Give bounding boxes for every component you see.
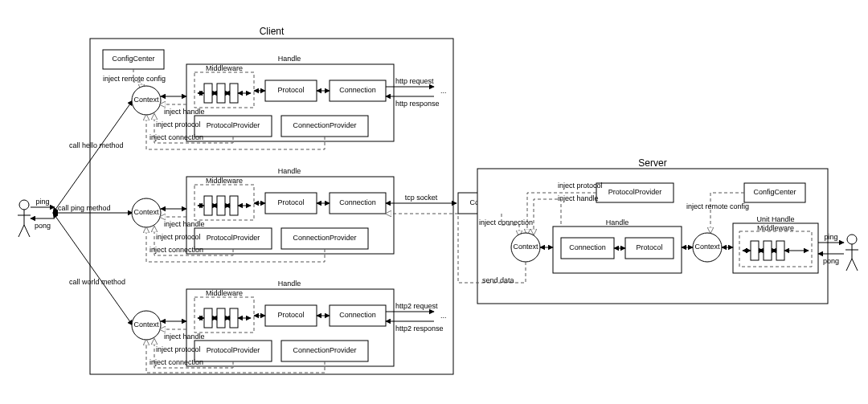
server-unit-handle-middleware-label: Middleware (757, 224, 794, 232)
inject-protocol-0-label: inject protocol (156, 120, 201, 129)
server-protocol-provider-label: ProtocolProvider (608, 188, 662, 196)
svg-rect-7 (230, 84, 238, 103)
svg-rect-20 (230, 196, 238, 215)
actor-left-ping-label: ping (35, 198, 49, 206)
context-1-label: Context (133, 208, 159, 216)
connection-1-label: Connection (339, 198, 376, 206)
svg-rect-5 (204, 84, 212, 103)
inject-connection-2-label: inject connection (149, 358, 203, 366)
svg-rect-36 (230, 308, 238, 328)
handle-title-1: Handle (278, 167, 301, 175)
svg-rect-34 (204, 308, 212, 328)
svg-rect-6 (217, 84, 225, 103)
svg-line-67 (846, 259, 852, 271)
svg-rect-57 (764, 241, 772, 260)
svg-line-4 (24, 225, 30, 237)
server-inject-connection-label: inject connection (479, 218, 533, 226)
server-title: Server (638, 157, 666, 169)
actor-left-pong-label: pong (35, 222, 51, 230)
call-hello-label: call hello method (69, 141, 124, 149)
inject-protocol-2-label: inject protocol (156, 345, 201, 353)
svg-rect-18 (204, 196, 212, 215)
connection-provider-2-label: ConnectionProvider (293, 346, 356, 354)
protocol-provider-1-label: ProtocolProvider (207, 234, 260, 242)
server-inject-protocol-label: inject protocol (558, 182, 603, 190)
inject-remote-config-label: inject remote config (103, 75, 166, 83)
handle-title-0: Handle (278, 55, 301, 63)
server-send-data-label: send data (482, 276, 514, 284)
call-ping-label: call ping method (58, 204, 111, 212)
server-context-left-label: Context (513, 243, 538, 251)
inject-connection-1-label: inject connection (149, 246, 203, 254)
handle-title-2: Handle (278, 280, 301, 288)
dots-2: ... (440, 312, 447, 320)
connection-provider-0-label: ConnectionProvider (293, 121, 356, 129)
inject-connection-0-label: inject connection (149, 133, 203, 141)
svg-point-64 (847, 235, 857, 244)
server-context-right-label: Context (694, 243, 720, 251)
inject-handle-2-label: inject handle (164, 333, 205, 341)
actor-left (18, 200, 31, 237)
connection-2-label: Connection (339, 311, 376, 319)
server-unit-handle-title: Unit Handle (756, 215, 794, 223)
server-handle-title: Handle (606, 218, 629, 226)
client-title: Client (260, 26, 285, 37)
middleware-1-label: Middleware (206, 177, 243, 185)
tcp-socket-label: tcp socket (405, 194, 438, 202)
inject-handle-0-label: inject handle (164, 108, 205, 116)
protocol-provider-2-label: ProtocolProvider (207, 346, 260, 354)
http2-request-label: http2 request (395, 302, 438, 310)
svg-rect-58 (776, 241, 784, 260)
http-request-0-label: http request (395, 77, 434, 85)
http2-response-label: http2 response (395, 324, 444, 333)
actor-right (845, 235, 858, 271)
server-inject-handle-label: inject handle (558, 194, 599, 202)
inject-protocol-1-label: inject protocol (156, 233, 201, 241)
protocol-1-label: Protocol (277, 198, 304, 206)
client-config-center-label: ConfigCenter (112, 55, 154, 63)
svg-point-0 (19, 200, 29, 210)
server-handle-connection-label: Connection (569, 243, 606, 251)
protocol-0-label: Protocol (277, 86, 304, 94)
svg-rect-19 (217, 196, 225, 215)
server-config-center-label: ConfigCenter (753, 188, 796, 196)
svg-line-3 (18, 225, 24, 237)
dots-0: ... (440, 87, 447, 95)
middleware-2-label: Middleware (206, 289, 243, 297)
server-inject-remote-config-label: inject remote config (686, 202, 749, 210)
middleware-0-label: Middleware (206, 64, 243, 72)
connection-0-label: Connection (339, 86, 376, 94)
context-0-label: Context (133, 96, 159, 104)
server-ping-label: ping (824, 233, 837, 241)
svg-rect-56 (751, 241, 759, 260)
inject-handle-1-label: inject handle (164, 220, 205, 228)
connection-provider-1-label: ConnectionProvider (293, 234, 356, 242)
svg-rect-35 (217, 308, 225, 328)
svg-line-68 (852, 259, 858, 271)
server-handle-protocol-label: Protocol (636, 243, 662, 251)
context-2-label: Context (133, 320, 159, 329)
http-response-0-label: http response (395, 100, 440, 108)
protocol-2-label: Protocol (277, 311, 304, 319)
call-world-label: call world method (69, 278, 125, 286)
server-pong-label: pong (823, 257, 839, 265)
protocol-provider-0-label: ProtocolProvider (207, 121, 260, 129)
